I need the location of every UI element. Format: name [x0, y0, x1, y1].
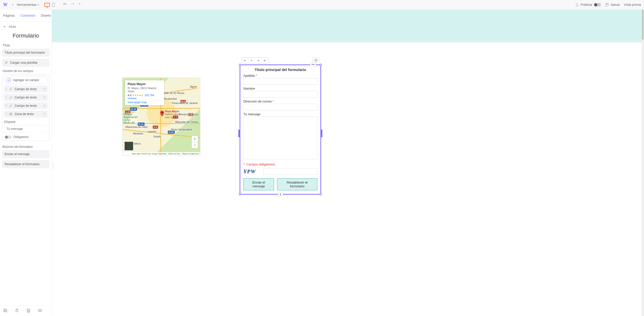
drag-handle-icon[interactable]: ⠿: [5, 88, 7, 91]
etiqueta-input[interactable]: Tu mensaje: [4, 125, 47, 133]
resize-handle[interactable]: [239, 64, 241, 66]
delete-icon[interactable]: [15, 308, 19, 313]
obligatorio-toggle[interactable]: [5, 135, 11, 139]
drag-handle-icon[interactable]: ⠿: [5, 96, 7, 99]
align-center-icon[interactable]: ≡: [248, 58, 255, 63]
send-button-text-input[interactable]: Enviar el mensaje: [2, 150, 50, 158]
tab-pages[interactable]: Páginas: [3, 13, 15, 18]
map-zoom-controls: + −: [192, 136, 198, 148]
tools-menu-label: Herramientas: [17, 3, 36, 7]
city-label: Alcobendas: [163, 97, 177, 100]
chevron-down-icon[interactable]: ▾: [12, 3, 13, 6]
correo-input[interactable]: [243, 104, 317, 110]
zoom-out-button[interactable]: −: [192, 142, 198, 148]
city-label: Villaviciosa de Odón: [125, 126, 148, 128]
satellite-toggle[interactable]: [124, 141, 134, 151]
map-report-link[interactable]: Report a map error: [182, 153, 199, 155]
publish-toggle[interactable]: [594, 3, 601, 7]
resize-handle[interactable]: [320, 64, 322, 66]
city-label: Rivas-Vaciamadrid: [171, 128, 193, 131]
delete-icon[interactable]: [43, 87, 46, 91]
drag-handle-icon[interactable]: ⠿: [5, 104, 7, 108]
canvas[interactable]: ‹ M-40 A-2 R-2 A-5 M-40 M-50 A-2 M-503 A…: [52, 10, 644, 316]
refresh-icon[interactable]: [313, 57, 319, 63]
side-handle[interactable]: [321, 130, 322, 137]
field-label-nombre: Nombre: [243, 87, 317, 90]
mensaje-textarea[interactable]: [243, 117, 317, 159]
load-template-button[interactable]: Cargar una plantilla: [2, 59, 50, 67]
field-row[interactable]: ⠿ Campo de texto: [4, 94, 48, 101]
more-menu-icon[interactable]: •••: [310, 63, 316, 67]
field-row[interactable]: ⠿ Campo de texto: [4, 102, 48, 109]
captcha-input[interactable]: [263, 168, 317, 175]
apellido-input[interactable]: [243, 78, 317, 85]
side-handle[interactable]: [238, 130, 240, 137]
map-widget[interactable]: M-40 A-2 R-2 A-5 M-40 M-50 A-2 M-503 A-6…: [122, 78, 200, 156]
back-button[interactable]: Atrás: [2, 22, 50, 30]
form-widget-selected[interactable]: ⇤ ≡ ⇥ ⇹ ••• ⇕ Título prin: [240, 57, 321, 195]
reset-button-text-input[interactable]: Restablecer el formulario: [2, 160, 50, 168]
add-field-button[interactable]: + Agregar un campo: [4, 76, 48, 84]
drag-handle-icon[interactable]: ⠿: [5, 113, 7, 116]
align-left-icon[interactable]: ⇤: [242, 58, 248, 63]
city-label: Getafe: [153, 135, 161, 138]
field-label: Campo de texto: [15, 104, 37, 108]
edit-icon[interactable]: [9, 96, 13, 99]
canvas-scrollbar[interactable]: [641, 10, 644, 316]
reset-button[interactable]: Restablecer el formulario: [277, 178, 317, 190]
stars-icon: ★★★★⯨: [132, 94, 144, 97]
city-label: Paracuellos de Jarama: [171, 102, 198, 104]
bottom-handle-icon[interactable]: ⇕: [278, 193, 283, 196]
map-terms-link[interactable]: Terms of Use: [168, 153, 180, 155]
field-label-apellido: Apellido *: [243, 74, 317, 78]
mobile-view-icon[interactable]: [52, 3, 55, 7]
zoom-in-button[interactable]: +: [192, 136, 198, 142]
obligatorio-label: Obligatorio: [13, 135, 28, 139]
delete-icon[interactable]: [43, 96, 46, 99]
city-label: Mejorada del Campo: [175, 121, 199, 123]
resize-handle[interactable]: [239, 193, 241, 195]
map-pin-icon[interactable]: [160, 111, 164, 115]
edit-icon[interactable]: [9, 87, 13, 91]
redo-icon[interactable]: [70, 2, 74, 7]
save-button[interactable]: Salvar: [605, 3, 620, 7]
align-right-icon[interactable]: ⇥: [255, 58, 261, 63]
field-label-mensaje: Tu mensaje: [243, 112, 317, 116]
title-field-label: Título: [3, 44, 49, 47]
edit-icon[interactable]: [9, 104, 13, 108]
chevron-down-icon: ▾: [37, 3, 39, 6]
delete-icon[interactable]: [43, 104, 46, 108]
textarea-icon[interactable]: [9, 112, 13, 116]
send-button[interactable]: Enviar el mensaje: [243, 178, 274, 190]
svg-rect-3: [4, 309, 6, 311]
top-toolbar: W ▾ Herramientas ▾ ▾ Publicar Salvar Vis…: [0, 0, 644, 10]
preview-button[interactable]: Vista previa: [624, 3, 641, 7]
visibility-icon[interactable]: [38, 308, 42, 313]
hero-section[interactable]: [52, 10, 644, 42]
desktop-view-icon[interactable]: [44, 3, 50, 7]
etiqueta-label: Etiqueta: [4, 120, 47, 124]
undo-icon[interactable]: [63, 2, 67, 7]
form-title-input[interactable]: Título principal del formulario: [2, 49, 50, 57]
captcha-image: YPW: [243, 168, 261, 175]
field-row[interactable]: ⠿ Campo de texto: [4, 86, 48, 93]
tab-content[interactable]: Contenido: [20, 13, 36, 18]
buttons-section-label: Botones del formulario: [3, 145, 49, 149]
form-selection-box: ••• ⇕ Título principal del formulario Ap…: [240, 64, 321, 195]
resize-handle[interactable]: [320, 193, 322, 195]
add-field-label: Agregar un campo: [13, 78, 39, 82]
publish-button[interactable]: Publicar: [575, 3, 601, 7]
field-label: Campo de texto: [15, 96, 37, 99]
scrollbar-thumb[interactable]: [642, 10, 644, 40]
nombre-input[interactable]: [243, 91, 317, 97]
tab-design[interactable]: Diseño: [40, 13, 51, 18]
chevron-down-icon[interactable]: ▾: [79, 2, 80, 7]
align-stretch-icon[interactable]: ⇹: [261, 58, 268, 63]
delete-icon[interactable]: [43, 112, 46, 116]
field-row[interactable]: ⠿ Zona de texto: [4, 111, 48, 118]
layers-icon[interactable]: [26, 308, 31, 313]
view-larger-map-link[interactable]: View larger map: [128, 101, 162, 104]
app-logo[interactable]: W: [3, 2, 8, 8]
duplicate-icon[interactable]: [3, 308, 8, 313]
tools-menu[interactable]: Herramientas ▾: [17, 3, 39, 7]
